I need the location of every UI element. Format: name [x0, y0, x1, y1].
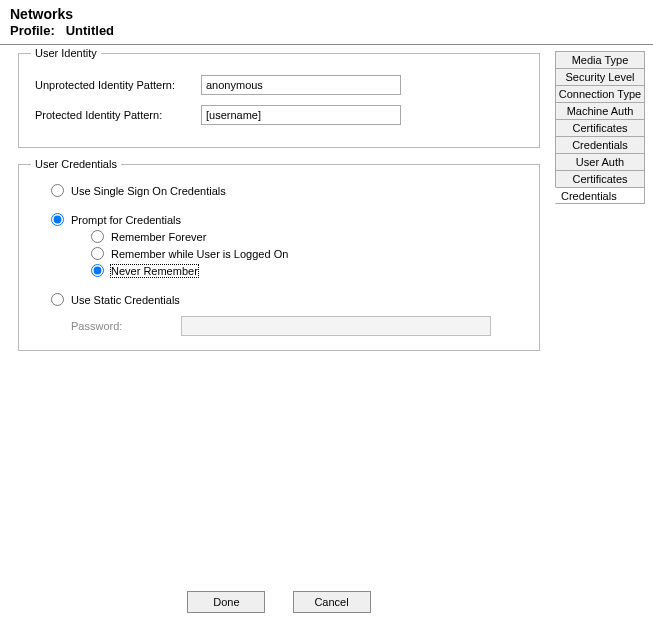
user-identity-group: User Identity Unprotected Identity Patte…: [18, 47, 540, 148]
password-label: Password:: [71, 320, 181, 332]
profile-name: Untitled: [66, 23, 114, 38]
radio-use-static[interactable]: [51, 293, 64, 306]
side-tabs: Media Type Security Level Connection Typ…: [555, 51, 645, 204]
radio-never-remember[interactable]: [91, 264, 104, 277]
unprotected-identity-row: Unprotected Identity Pattern:: [31, 75, 527, 95]
profile-line: Profile: Untitled: [10, 23, 643, 38]
password-row: Password:: [71, 316, 527, 336]
tab-security-level[interactable]: Security Level: [555, 68, 645, 85]
protected-identity-label: Protected Identity Pattern:: [31, 109, 201, 121]
radio-row-remember-forever: Remember Forever: [91, 230, 527, 243]
tab-connection-type[interactable]: Connection Type: [555, 85, 645, 102]
unprotected-identity-label: Unprotected Identity Pattern:: [31, 79, 201, 91]
radio-row-remember-logged-on: Remember while User is Logged On: [91, 247, 527, 260]
radio-prompt[interactable]: [51, 213, 64, 226]
main-panel: User Identity Unprotected Identity Patte…: [18, 47, 540, 618]
tab-user-certificates[interactable]: Certificates: [555, 170, 645, 187]
radio-use-sso[interactable]: [51, 184, 64, 197]
label-use-sso: Use Single Sign On Credentials: [71, 185, 226, 197]
button-bar: Done Cancel: [18, 591, 540, 613]
label-never-remember: Never Remember: [111, 265, 198, 277]
radio-row-prompt: Prompt for Credentials: [51, 213, 527, 226]
header: Networks Profile: Untitled: [0, 0, 653, 42]
body-area: Media Type Security Level Connection Typ…: [0, 45, 653, 618]
password-input: [181, 316, 491, 336]
cancel-button[interactable]: Cancel: [293, 591, 371, 613]
tab-user-auth[interactable]: User Auth: [555, 153, 645, 170]
done-button[interactable]: Done: [187, 591, 265, 613]
protected-identity-input[interactable]: [201, 105, 401, 125]
label-use-static: Use Static Credentials: [71, 294, 180, 306]
profile-label: Profile:: [10, 23, 55, 38]
radio-remember-logged-on[interactable]: [91, 247, 104, 260]
unprotected-identity-input[interactable]: [201, 75, 401, 95]
label-prompt: Prompt for Credentials: [71, 214, 181, 226]
tab-machine-credentials[interactable]: Credentials: [555, 136, 645, 153]
tab-media-type[interactable]: Media Type: [555, 51, 645, 68]
radio-row-use-static: Use Static Credentials: [51, 293, 527, 306]
tab-user-credentials[interactable]: Credentials: [555, 187, 645, 204]
label-remember-logged-on: Remember while User is Logged On: [111, 248, 288, 260]
radio-remember-forever[interactable]: [91, 230, 104, 243]
label-remember-forever: Remember Forever: [111, 231, 206, 243]
radio-row-use-sso: Use Single Sign On Credentials: [51, 184, 527, 197]
user-identity-legend: User Identity: [31, 47, 101, 59]
tab-machine-certificates[interactable]: Certificates: [555, 119, 645, 136]
user-credentials-group: User Credentials Use Single Sign On Cred…: [18, 158, 540, 351]
tab-machine-auth[interactable]: Machine Auth: [555, 102, 645, 119]
radio-row-never-remember: Never Remember: [91, 264, 527, 277]
page-title: Networks: [10, 6, 643, 22]
user-credentials-legend: User Credentials: [31, 158, 121, 170]
protected-identity-row: Protected Identity Pattern:: [31, 105, 527, 125]
